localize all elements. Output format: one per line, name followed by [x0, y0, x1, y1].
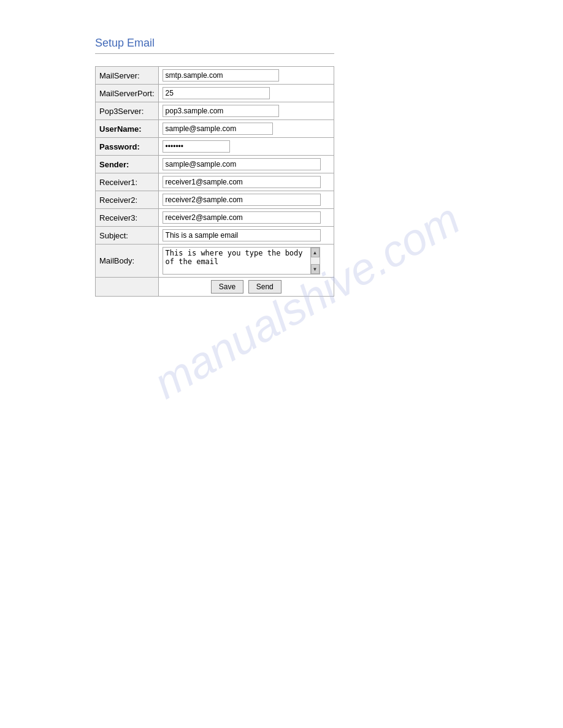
username-cell — [158, 120, 334, 138]
buttons-cell: Save Send — [158, 278, 334, 297]
title-divider — [95, 53, 334, 54]
email-setup-form: MailServer: MailServerPort: Pop3Server: — [95, 66, 334, 297]
receiver1-label: Receiver1: — [96, 173, 159, 191]
username-label: UserName: — [96, 120, 159, 138]
table-row: Pop3Server: — [96, 102, 334, 120]
table-row: Password: — [96, 138, 334, 156]
scrollbar: ▲ ▼ — [310, 247, 320, 275]
subject-cell — [158, 227, 334, 245]
table-row: MailServer: — [96, 67, 334, 85]
mail-server-port-input[interactable] — [163, 87, 270, 99]
table-row: Receiver2: — [96, 191, 334, 209]
buttons-row: Save Send — [96, 278, 334, 297]
password-input[interactable] — [163, 140, 230, 153]
scroll-track — [311, 257, 320, 264]
receiver2-cell — [158, 191, 334, 209]
username-input[interactable] — [163, 123, 273, 135]
pop3-server-label: Pop3Server: — [96, 102, 159, 120]
pop3-server-input[interactable] — [163, 105, 279, 117]
table-row: MailServerPort: — [96, 85, 334, 102]
table-row: Sender: — [96, 156, 334, 173]
sender-input[interactable] — [163, 158, 321, 170]
mailbody-wrapper: This is where you type the body of the e… — [163, 247, 330, 275]
mail-server-cell — [158, 67, 334, 85]
mailbody-cell: This is where you type the body of the e… — [158, 245, 334, 278]
send-button[interactable]: Send — [248, 280, 282, 294]
subject-input[interactable] — [163, 229, 321, 241]
buttons-label-spacer — [96, 278, 159, 297]
subject-label: Subject: — [96, 227, 159, 245]
table-row: Receiver3: — [96, 209, 334, 227]
receiver3-label: Receiver3: — [96, 209, 159, 227]
page-title: Setup Email — [95, 37, 563, 50]
scroll-up-icon[interactable]: ▲ — [311, 248, 320, 257]
table-row: UserName: — [96, 120, 334, 138]
save-button[interactable]: Save — [211, 280, 243, 294]
receiver1-input[interactable] — [163, 176, 321, 188]
receiver1-cell — [158, 173, 334, 191]
password-label: Password: — [96, 138, 159, 156]
receiver3-input[interactable] — [163, 211, 321, 224]
receiver2-input[interactable] — [163, 194, 321, 206]
scroll-down-icon[interactable]: ▼ — [311, 264, 320, 274]
mail-server-input[interactable] — [163, 69, 279, 82]
mailbody-textarea[interactable]: This is where you type the body of the e… — [163, 247, 311, 275]
sender-label: Sender: — [96, 156, 159, 173]
table-row: Subject: — [96, 227, 334, 245]
mailbody-label: MailBody: — [96, 245, 159, 278]
table-row: Receiver1: — [96, 173, 334, 191]
mail-server-label: MailServer: — [96, 67, 159, 85]
sender-cell — [158, 156, 334, 173]
table-row: MailBody: This is where you type the bod… — [96, 245, 334, 278]
password-cell — [158, 138, 334, 156]
receiver3-cell — [158, 209, 334, 227]
mail-server-port-label: MailServerPort: — [96, 85, 159, 102]
receiver2-label: Receiver2: — [96, 191, 159, 209]
mail-server-port-cell — [158, 85, 334, 102]
pop3-server-cell — [158, 102, 334, 120]
